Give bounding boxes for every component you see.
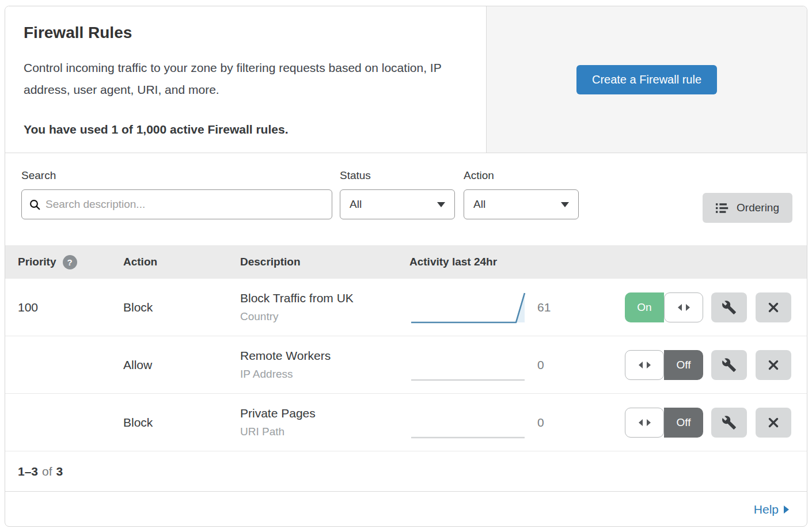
pagination-of-label: of [42, 465, 52, 478]
search-group: Search [21, 169, 332, 245]
delete-rule-button[interactable] [756, 350, 791, 380]
wrench-icon [722, 415, 737, 430]
rule-title: Block Traffic from UK [240, 291, 409, 305]
table-row: 100 Block Block Traffic from UK Country … [5, 279, 807, 336]
rule-controls: Off [625, 350, 791, 380]
chevron-down-icon [437, 202, 445, 207]
ordering-button-label: Ordering [737, 202, 779, 214]
delete-rule-button[interactable] [756, 408, 791, 438]
edit-rule-button[interactable] [711, 408, 747, 438]
usage-note: You have used 1 of 1,000 active Firewall… [24, 123, 465, 136]
activity-sparkline [409, 405, 528, 440]
column-header-activity: Activity last 24hr [409, 256, 537, 268]
help-link-label: Help [754, 503, 779, 516]
rule-controls: Off [625, 408, 791, 438]
rule-type: Country [240, 310, 409, 323]
rule-action: Block [123, 301, 240, 314]
toggle-on-label: On [625, 292, 664, 322]
x-icon [767, 358, 780, 372]
question-circle-icon[interactable]: ? [63, 255, 77, 269]
left-right-arrows-icon[interactable] [664, 292, 703, 322]
left-right-arrows-icon[interactable] [625, 350, 664, 380]
action-filter-group: Action All [464, 169, 579, 245]
filter-bar: Search Status All Action All [5, 153, 807, 245]
pagination-bar: 1–3 of 3 [5, 451, 807, 492]
activity-sparkline [409, 290, 528, 325]
wrench-icon [722, 300, 737, 315]
help-bar: Help [5, 492, 807, 527]
status-select[interactable]: All [340, 189, 455, 219]
action-select[interactable]: All [464, 189, 579, 219]
header-action-area: Create a Firewall rule [487, 6, 807, 153]
firewall-rules-card: Firewall Rules Control incoming traffic … [5, 6, 807, 527]
left-right-arrows-icon[interactable] [625, 408, 664, 438]
column-header-priority: Priority ? [18, 255, 123, 269]
action-selected-value: All [473, 198, 485, 211]
right-arrow-icon [784, 506, 789, 514]
toggle-off-label: Off [664, 408, 703, 438]
priority-header-label: Priority [18, 256, 56, 268]
table-header-row: Priority ? Action Description Activity l… [5, 245, 807, 279]
search-box[interactable] [21, 189, 332, 219]
rule-action: Block [123, 416, 240, 430]
rule-enabled-toggle[interactable]: Off [625, 350, 703, 380]
rule-type: IP Address [240, 368, 409, 381]
list-icon [716, 202, 729, 214]
status-selected-value: All [350, 198, 362, 211]
chevron-down-icon [561, 202, 569, 207]
search-label: Search [21, 169, 332, 182]
rule-description-cell: Private Pages URI Path [240, 406, 409, 438]
edit-rule-button[interactable] [711, 292, 747, 322]
rule-type: URI Path [240, 425, 409, 438]
activity-count: 61 [537, 301, 588, 314]
toggle-off-label: Off [664, 350, 703, 380]
search-input[interactable] [45, 198, 324, 211]
pagination-total: 3 [56, 465, 63, 478]
status-filter-group: Status All [340, 169, 455, 245]
action-label: Action [464, 169, 579, 182]
table-row: Block Private Pages URI Path 0 Off [5, 394, 807, 451]
ordering-button[interactable]: Ordering [703, 193, 792, 223]
activity-sparkline [409, 347, 528, 383]
activity-count: 0 [537, 416, 588, 430]
x-icon [767, 301, 780, 314]
rule-action: Allow [123, 358, 240, 372]
wrench-icon [722, 358, 737, 373]
rule-description-cell: Block Traffic from UK Country [240, 291, 409, 323]
delete-rule-button[interactable] [756, 292, 791, 322]
rule-title: Remote Workers [240, 349, 409, 363]
header-section: Firewall Rules Control incoming traffic … [5, 6, 807, 153]
rule-controls: On [625, 292, 791, 322]
magnifier-icon [29, 199, 40, 210]
x-icon [767, 416, 780, 430]
rule-enabled-toggle[interactable]: Off [625, 408, 703, 438]
status-label: Status [340, 169, 455, 182]
header-text-area: Firewall Rules Control incoming traffic … [5, 6, 487, 153]
column-header-description: Description [240, 256, 409, 268]
rule-title: Private Pages [240, 406, 409, 420]
pagination-range: 1–3 [18, 465, 38, 478]
help-link[interactable]: Help [754, 503, 789, 516]
create-firewall-rule-button[interactable]: Create a Firewall rule [576, 65, 717, 94]
rule-enabled-toggle[interactable]: On [625, 292, 703, 322]
activity-count: 0 [537, 358, 588, 372]
table-row: Allow Remote Workers IP Address 0 Off [5, 336, 807, 394]
page-title: Firewall Rules [24, 24, 465, 42]
column-header-action: Action [123, 256, 240, 268]
edit-rule-button[interactable] [711, 350, 747, 380]
rule-description-cell: Remote Workers IP Address [240, 349, 409, 381]
rule-priority: 100 [18, 301, 123, 314]
page-description: Control incoming traffic to your zone by… [24, 57, 465, 101]
